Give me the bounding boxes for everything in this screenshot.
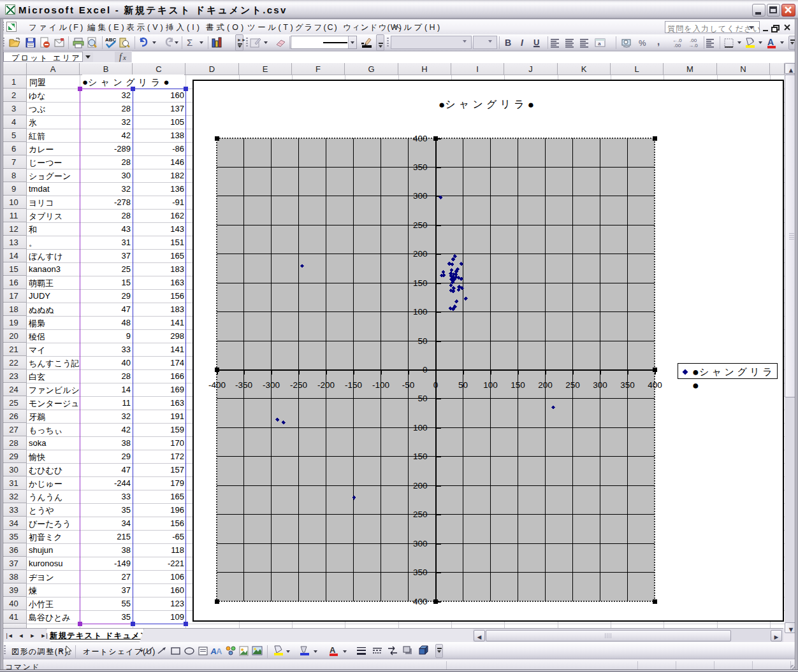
- svg-text:%: %: [639, 38, 646, 48]
- svg-text:400: 400: [648, 380, 662, 390]
- svg-text:0: 0: [433, 380, 439, 390]
- svg-text:.00: .00: [674, 43, 681, 48]
- svg-text:-100: -100: [372, 380, 389, 390]
- svg-text:250: 250: [413, 510, 428, 519]
- svg-text:A: A: [216, 647, 222, 656]
- svg-text:U: U: [533, 38, 539, 47]
- svg-text:350: 350: [620, 380, 635, 390]
- svg-text:300: 300: [593, 380, 607, 390]
- svg-text:50: 50: [458, 380, 468, 390]
- svg-text:200: 200: [413, 481, 428, 490]
- svg-text:-400: -400: [208, 380, 226, 390]
- svg-text:B: B: [505, 38, 511, 48]
- svg-text:200: 200: [538, 380, 553, 390]
- svg-text:-250: -250: [290, 380, 307, 390]
- svg-text:350: 350: [413, 568, 428, 577]
- svg-text:250: 250: [413, 220, 428, 230]
- svg-text:100: 100: [413, 307, 428, 317]
- svg-text:250: 250: [565, 380, 580, 390]
- svg-text:150: 150: [511, 380, 525, 390]
- svg-text:Σ: Σ: [187, 37, 192, 48]
- svg-text:100: 100: [483, 380, 498, 390]
- svg-text:50: 50: [417, 394, 427, 403]
- svg-text:I: I: [521, 38, 524, 48]
- svg-text:→.0: →.0: [688, 43, 698, 48]
- svg-text:200: 200: [413, 249, 428, 259]
- svg-text:a: a: [598, 41, 601, 46]
- svg-text:50: 50: [417, 336, 427, 346]
- svg-text:0: 0: [423, 365, 428, 375]
- svg-text:-300: -300: [263, 380, 280, 390]
- svg-text:-350: -350: [235, 380, 252, 390]
- svg-text:300: 300: [413, 191, 428, 201]
- svg-text:-50: -50: [402, 380, 415, 390]
- svg-text:150: 150: [413, 278, 428, 288]
- svg-text:100: 100: [413, 423, 428, 433]
- svg-text:300: 300: [413, 539, 428, 548]
- svg-text:A: A: [330, 645, 336, 655]
- svg-text:A: A: [767, 37, 774, 47]
- svg-text:350: 350: [413, 162, 428, 172]
- svg-text:400: 400: [413, 597, 428, 606]
- svg-text:-150: -150: [345, 380, 362, 390]
- svg-text:-200: -200: [317, 380, 335, 390]
- svg-text:,: ,: [657, 36, 660, 46]
- svg-text:400: 400: [413, 134, 428, 143]
- svg-text:150: 150: [413, 452, 428, 461]
